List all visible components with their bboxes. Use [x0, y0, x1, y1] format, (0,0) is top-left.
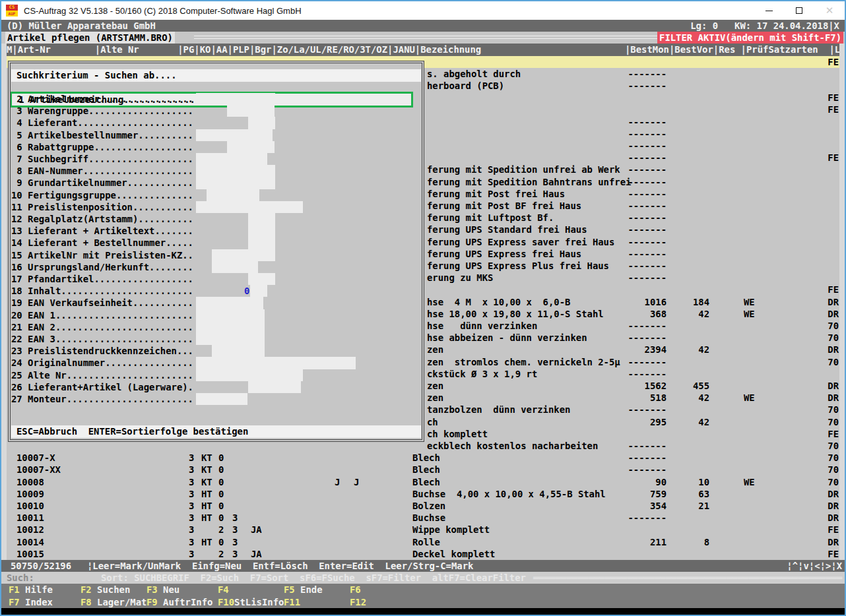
- table-row-10012[interactable]: 10012323JAWippe komplettFE: [1, 524, 845, 536]
- dialog-field-20[interactable]: 20 EAN 1.........................: [9, 309, 424, 321]
- table-row-10007-X[interactable]: 10007-X3KT0Blech-------70: [1, 452, 845, 464]
- field-input[interactable]: [248, 237, 275, 249]
- dialog-field-8[interactable]: 8 EAN-Nummer....................: [9, 165, 424, 177]
- field-input[interactable]: [248, 381, 301, 393]
- fkey-f10[interactable]: F10StLisInfo: [218, 596, 284, 608]
- cell-bestmon: -------: [628, 320, 667, 332]
- cell-li: FE: [828, 428, 839, 440]
- cell-pruef: WE: [744, 308, 755, 320]
- cell-bestmon: -------: [628, 356, 667, 368]
- cell-bestmon: 354: [650, 500, 667, 512]
- cell-artnr: 10007-X: [16, 452, 55, 464]
- field-input[interactable]: [248, 213, 275, 225]
- cell-bestmon: -------: [628, 80, 667, 92]
- field-input[interactable]: [196, 309, 265, 321]
- dialog-field-23[interactable]: 23 Preislistendruckkennzeichen...: [9, 345, 424, 357]
- dialog-field-18[interactable]: 18 Inhalt........................0: [9, 285, 424, 297]
- maximize-button[interactable]: [784, 1, 814, 20]
- fkey-f1[interactable]: F1 Hilfe: [9, 584, 53, 596]
- field-input[interactable]: [227, 105, 275, 117]
- field-input[interactable]: [248, 117, 275, 129]
- field-input[interactable]: [227, 141, 275, 153]
- fkey-f3[interactable]: F3 Neu: [146, 584, 179, 596]
- cell-li: DR: [828, 500, 839, 512]
- close-button[interactable]: ✕: [814, 1, 845, 20]
- cell-li: FE: [828, 152, 839, 164]
- fkey-f11[interactable]: F11: [284, 596, 300, 608]
- fkey-f8[interactable]: F8 Lager/Mat: [81, 596, 146, 608]
- cell-frag: ferung mit Luftpost Bf.: [427, 212, 554, 224]
- field-input[interactable]: [196, 201, 303, 213]
- table-row-10015[interactable]: 10015323JADeckel komplettFE: [1, 548, 845, 560]
- fkey-f6[interactable]: F6: [350, 584, 361, 596]
- dialog-field-6[interactable]: 6 Rabattgruppe..................: [9, 141, 424, 153]
- table-row-10007-XX[interactable]: 10007-XX3KT0Blech-------70: [1, 464, 845, 476]
- table-row-10009[interactable]: 100093HT0Buchse 4,00 x 10,00 x 4,55-B St…: [1, 488, 845, 500]
- cell-li: FE: [828, 92, 839, 104]
- field-input[interactable]: [196, 129, 273, 141]
- field-input[interactable]: [196, 297, 263, 309]
- field-input[interactable]: [250, 285, 267, 297]
- dialog-field-5[interactable]: 5 Artikelbestellnummer..........: [9, 129, 424, 141]
- dialog-field-22[interactable]: 22 EAN 3.........................: [9, 333, 424, 345]
- dialog-field-25[interactable]: 25 Alte Nr.......................: [9, 369, 424, 381]
- table-row-10014[interactable]: 100143HT03Rolle2118DR: [1, 536, 845, 548]
- dialog-field-10[interactable]: 10 Fertigungsgruppe..............: [9, 189, 424, 201]
- cell-pg: 3: [189, 548, 194, 560]
- dialog-field-12[interactable]: 12 Regalplatz(Artstamm)..........: [9, 213, 424, 225]
- table-row-10011[interactable]: 100113HT03Buchse-------DR: [1, 512, 845, 524]
- field-input[interactable]: [196, 333, 265, 345]
- dialog-field-17[interactable]: 17 Pfandartikel..................: [9, 273, 424, 285]
- dialog-field-26[interactable]: 26 Lieferant+Artikel (Lagerware).: [9, 381, 424, 393]
- dialog-field-11[interactable]: 11 Preislistenposition...........: [9, 201, 424, 213]
- fkey-f5[interactable]: F5 Ende: [284, 584, 323, 596]
- fkey-f2[interactable]: F2 Suchen: [81, 584, 130, 596]
- dialog-field-7[interactable]: 7 Suchbegriff...................: [9, 153, 424, 165]
- dialog-field-15[interactable]: 15 ArtikelNr mit Preislisten-KZ..: [9, 249, 424, 261]
- dialog-field-4[interactable]: 4 Lieferant.....................: [9, 117, 424, 129]
- dialog-field-14[interactable]: 14 Lieferant + Bestellnummer.....: [9, 237, 424, 249]
- field-input[interactable]: [196, 177, 275, 189]
- field-input[interactable]: [212, 345, 265, 357]
- field-input[interactable]: [248, 225, 275, 237]
- dialog-field-24[interactable]: 24 Originalnummer................: [9, 357, 424, 369]
- field-input[interactable]: [207, 189, 259, 201]
- field-input[interactable]: [196, 165, 275, 177]
- cell-frag: hse dünn verzinken: [427, 320, 537, 332]
- dialog-field-13[interactable]: 13 Lieferant + Artikeltext.......: [9, 225, 424, 237]
- field-input[interactable]: [196, 393, 247, 405]
- field-label: 4 Lieferant.....................: [11, 117, 193, 129]
- field-label: 25 Alte Nr.......................: [11, 369, 193, 381]
- dialog-field-27[interactable]: 27 Monteur.......................: [9, 393, 424, 405]
- field-input[interactable]: [248, 273, 275, 285]
- dialog-field-3[interactable]: 3 Warengruppe...................: [9, 105, 424, 117]
- dialog-field-21[interactable]: 21 EAN 2.........................: [9, 321, 424, 333]
- scroll-indicators[interactable]: ¦^¦v¦<¦>¦X: [787, 560, 842, 572]
- cell-bez: Buchse: [412, 512, 445, 524]
- field-label: 12 Regalplatz(Artstamm)..........: [11, 213, 193, 225]
- field-input[interactable]: [196, 369, 303, 381]
- dialog-field-2[interactable]: 2 Artikelnummer.................: [9, 93, 424, 105]
- field-input[interactable]: [212, 249, 275, 261]
- field-input[interactable]: [196, 321, 265, 333]
- company-name: (D) Müller Apparatebau GmbH: [7, 20, 156, 32]
- field-input[interactable]: [196, 93, 275, 105]
- dialog-field-16[interactable]: 16 Ursprungsland/Herkunft........: [9, 261, 424, 273]
- dialog-field-9[interactable]: 9 Grundartikelnummer............: [9, 177, 424, 189]
- fkey-f9[interactable]: F9 AuftrInfo: [146, 596, 212, 608]
- field-input[interactable]: [196, 357, 356, 369]
- cell-pg: 3: [189, 452, 194, 464]
- table-row-10008[interactable]: 100083KT0JJBlechWE901070: [1, 476, 845, 488]
- field-input[interactable]: [212, 261, 258, 273]
- cell-frag: ferung UPS Express Plus frei Haus: [427, 260, 609, 272]
- field-label: 2 Artikelnummer.................: [11, 93, 193, 105]
- fkey-f7[interactable]: F7 Index: [9, 596, 53, 608]
- field-input[interactable]: [196, 153, 267, 165]
- minimize-button[interactable]: [754, 1, 784, 20]
- table-row-10010[interactable]: 100103HT0Bolzen35421DR: [1, 500, 845, 512]
- cell-bestvor: 184: [693, 296, 709, 308]
- dialog-field-19[interactable]: 19 EAN Verkaufseinheit...........: [9, 297, 424, 309]
- fkey-f4[interactable]: F4: [218, 584, 229, 596]
- fkey-f12[interactable]: F12: [350, 596, 366, 608]
- field-value[interactable]: 0: [244, 285, 249, 297]
